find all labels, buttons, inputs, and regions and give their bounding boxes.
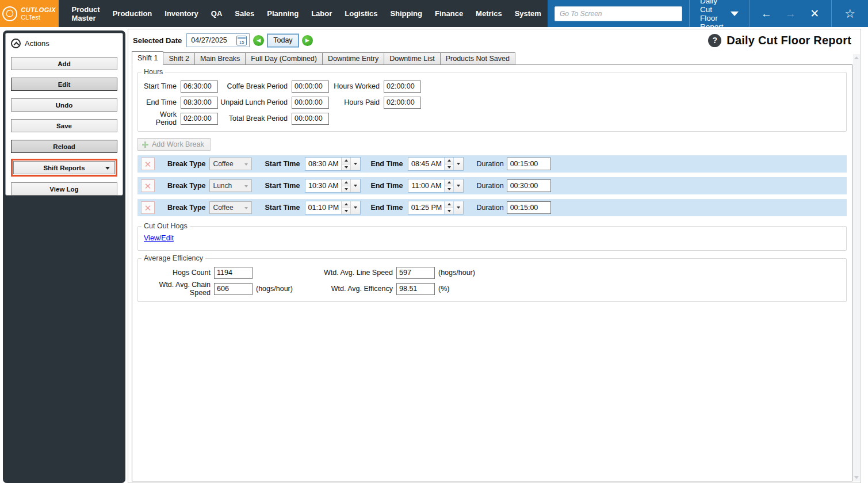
spin-down-icon[interactable]	[445, 186, 453, 193]
date-picker[interactable]: 15	[186, 33, 250, 47]
chevron-down-icon[interactable]	[350, 179, 360, 192]
add-work-break-button[interactable]: Add Work Break	[137, 138, 211, 151]
wtd-avg-efficency-input[interactable]	[396, 283, 435, 295]
tab-downtime-list[interactable]: Downtime List	[384, 52, 441, 65]
menu-finance[interactable]: Finance	[429, 0, 469, 27]
delete-break-icon[interactable]: ✕	[141, 158, 155, 170]
wtd-avg-chain-speed-input[interactable]	[214, 283, 253, 295]
tab-shift-1[interactable]: Shift 1	[132, 51, 163, 65]
tab-full-day-combined[interactable]: Full Day (Combined)	[245, 52, 323, 65]
hours-worked-input[interactable]	[384, 81, 421, 93]
tab-downtime-entry[interactable]: Downtime Entry	[322, 52, 384, 65]
spin-up-icon[interactable]	[342, 179, 350, 186]
hogs-count-input[interactable]	[214, 267, 253, 279]
break-type-combo[interactable]: Lunch	[209, 179, 252, 192]
wtd-avg-line-speed-input[interactable]	[396, 267, 435, 279]
break-start-timepicker[interactable]: 01:10 PM	[305, 201, 361, 215]
menu-planning[interactable]: Planning	[261, 0, 305, 27]
break-duration-input[interactable]	[507, 158, 551, 170]
unpaid-lunch-period-input[interactable]	[292, 97, 329, 109]
spin-down-icon[interactable]	[342, 186, 350, 193]
view-edit-link[interactable]: View/Edit	[144, 234, 174, 242]
help-icon[interactable]: ?	[708, 34, 721, 47]
wtd-avg-efficency-unit: (%)	[438, 285, 491, 293]
menu-labor[interactable]: Labor	[305, 0, 338, 27]
add-button[interactable]: Add	[11, 57, 117, 70]
start-time-input[interactable]	[181, 81, 218, 93]
scroll-down-icon[interactable]	[854, 476, 859, 479]
close-icon[interactable]: ✕	[804, 7, 825, 20]
reload-button[interactable]: Reload	[11, 140, 117, 153]
collapse-chevron-icon[interactable]	[11, 39, 21, 48]
delete-break-icon[interactable]: ✕	[141, 179, 155, 192]
previous-day-button[interactable]: ◀	[253, 35, 264, 46]
tab-shift-2[interactable]: Shift 2	[163, 52, 194, 65]
topbar-blue-zone: Daily Cut Floor Report ← → ✕ ☆	[548, 0, 868, 27]
menu-metrics[interactable]: Metrics	[469, 0, 508, 27]
date-input[interactable]	[191, 36, 235, 44]
go-to-screen-input[interactable]	[555, 6, 682, 21]
shift-reports-button[interactable]: Shift Reports	[13, 161, 115, 174]
tab-main-breaks[interactable]: Main Breaks	[194, 52, 246, 65]
tab-products-not-saved[interactable]: Products Not Saved	[440, 52, 515, 65]
chevron-down-icon[interactable]	[350, 158, 360, 170]
menu-system[interactable]: System	[508, 0, 548, 27]
app-logo: CUTLOGIX CLTest	[0, 0, 59, 27]
menu-product-master[interactable]: Product Master	[66, 0, 106, 27]
actions-header[interactable]: Actions	[11, 37, 117, 49]
break-start-value: 10:30 AM	[305, 182, 341, 190]
work-period-input[interactable]	[181, 113, 218, 125]
spin-up-icon[interactable]	[445, 201, 453, 208]
break-start-label: Start Time	[265, 160, 300, 168]
spin-down-icon[interactable]	[342, 164, 350, 171]
chevron-down-icon[interactable]	[350, 201, 360, 214]
vertical-scrollbar[interactable]	[853, 54, 860, 481]
break-duration-input[interactable]	[507, 179, 551, 192]
break-type-combo[interactable]: Coffee	[209, 158, 252, 170]
break-start-timepicker[interactable]: 10:30 AM	[305, 179, 361, 193]
next-day-button[interactable]: ▶	[302, 35, 313, 46]
undo-button[interactable]: Undo	[11, 98, 117, 112]
hours-paid-input[interactable]	[384, 97, 421, 109]
menu-inventory[interactable]: Inventory	[158, 0, 205, 27]
break-end-timepicker[interactable]: 08:45 AM	[408, 157, 464, 171]
spin-down-icon[interactable]	[445, 208, 453, 215]
total-break-period-input[interactable]	[292, 113, 329, 125]
menu-shipping[interactable]: Shipping	[384, 0, 429, 27]
break-type-combo[interactable]: Coffee	[209, 201, 252, 214]
screen-selector-dropdown[interactable]: Daily Cut Floor Report	[690, 0, 750, 27]
break-end-timepicker[interactable]: 11:00 AM	[408, 179, 464, 193]
end-time-input[interactable]	[181, 97, 218, 109]
start-time-label: Start Time	[143, 82, 181, 90]
spin-up-icon[interactable]	[342, 158, 350, 164]
break-duration-label: Duration	[476, 204, 503, 212]
spin-down-icon[interactable]	[445, 164, 453, 171]
menu-qa[interactable]: QA	[205, 0, 229, 27]
chevron-down-icon[interactable]	[453, 201, 463, 214]
view-log-button[interactable]: View Log	[11, 182, 117, 196]
break-end-label: End Time	[370, 204, 403, 212]
break-row: ✕ Break Type Lunch Start Time 10:30 AM E…	[137, 177, 847, 194]
save-button[interactable]: Save	[11, 119, 117, 132]
favorite-star-icon[interactable]: ☆	[844, 7, 855, 20]
break-end-timepicker[interactable]: 01:25 PM	[408, 201, 464, 215]
break-start-timepicker[interactable]: 08:30 AM	[305, 157, 361, 171]
edit-button[interactable]: Edit	[11, 78, 117, 91]
spin-up-icon[interactable]	[445, 179, 453, 186]
delete-break-icon[interactable]: ✕	[141, 201, 155, 214]
forward-arrow-icon[interactable]: →	[779, 7, 801, 20]
menu-production[interactable]: Production	[106, 0, 159, 27]
spin-down-icon[interactable]	[342, 208, 350, 215]
today-button[interactable]: Today	[267, 34, 298, 47]
chevron-down-icon[interactable]	[453, 158, 463, 170]
break-duration-input[interactable]	[507, 201, 551, 214]
hours-paid-label: Hours Paid	[329, 98, 384, 106]
spin-up-icon[interactable]	[342, 201, 350, 208]
spin-up-icon[interactable]	[445, 158, 453, 164]
calendar-icon[interactable]: 15	[236, 36, 247, 45]
coffee-break-period-input[interactable]	[292, 81, 329, 93]
chevron-down-icon[interactable]	[453, 179, 463, 192]
menu-logistics[interactable]: Logistics	[338, 0, 384, 27]
back-arrow-icon[interactable]: ←	[755, 7, 777, 20]
menu-sales[interactable]: Sales	[228, 0, 261, 27]
